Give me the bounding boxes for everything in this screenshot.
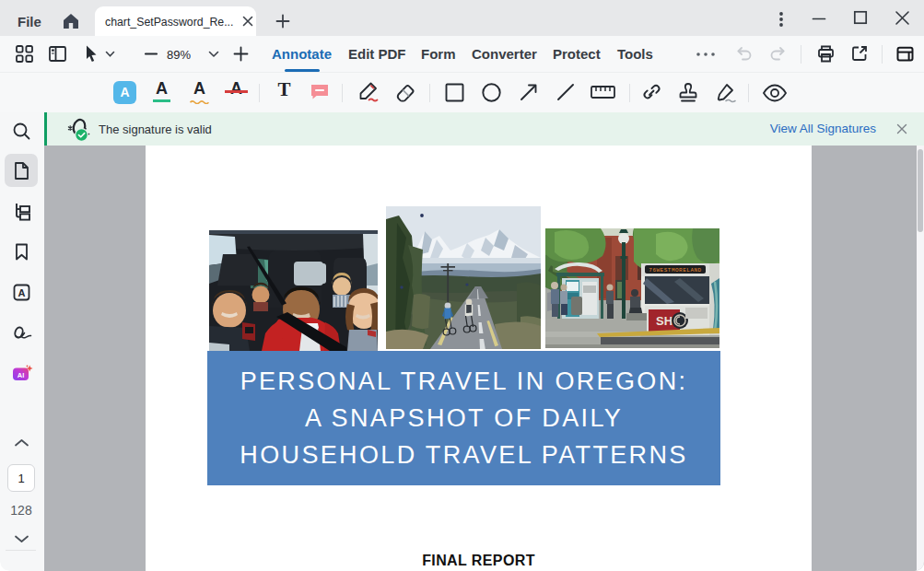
svg-text:SH: SH: [656, 314, 673, 328]
svg-text:AI: AI: [18, 371, 25, 379]
svg-text:A: A: [18, 287, 26, 298]
svg-text:76WESTMORELAND: 76WESTMORELAND: [649, 267, 701, 274]
